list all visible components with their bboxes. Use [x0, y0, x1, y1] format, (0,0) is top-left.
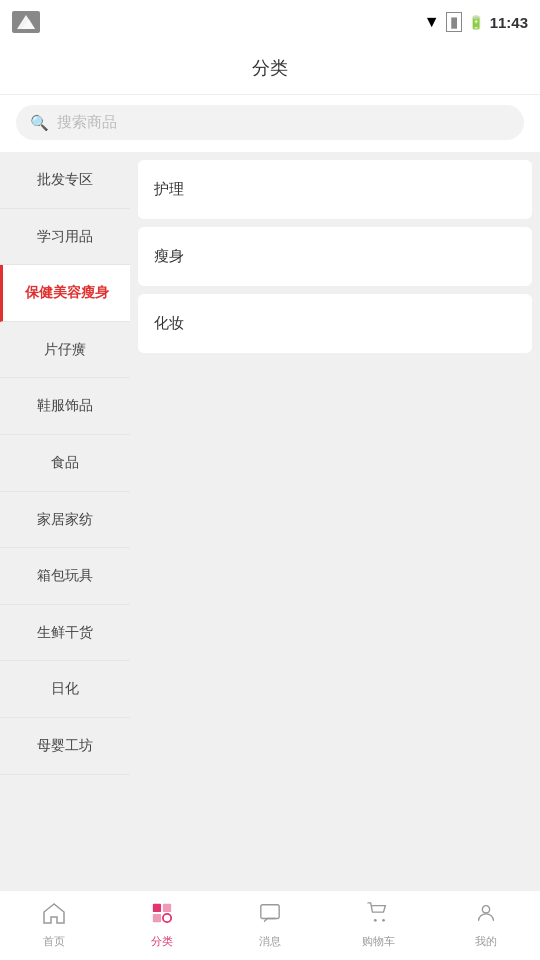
category-card-slim[interactable]: 瘦身: [138, 227, 532, 286]
app-icon: [12, 11, 40, 33]
svg-rect-6: [261, 905, 279, 919]
person-icon: [474, 902, 498, 930]
nav-item-cart[interactable]: 购物车: [324, 902, 432, 949]
wifi-icon: ▼: [424, 13, 440, 31]
nav-label-cart: 购物车: [362, 934, 395, 949]
nav-label-category: 分类: [151, 934, 173, 949]
sidebar-item-daily[interactable]: 日化: [0, 661, 130, 718]
right-content: 护理 瘦身 化妆: [130, 152, 540, 904]
nav-label-message: 消息: [259, 934, 281, 949]
category-card-care[interactable]: 护理: [138, 160, 532, 219]
svg-point-5: [163, 914, 171, 922]
sidebar-item-pianzai[interactable]: 片仔癀: [0, 322, 130, 379]
search-input[interactable]: 搜索商品: [57, 113, 117, 132]
nav-item-home[interactable]: 首页: [0, 902, 108, 949]
signal-icon: ▮: [446, 12, 462, 32]
sidebar-item-study[interactable]: 学习用品: [0, 209, 130, 266]
home-icon: [42, 902, 66, 930]
sidebar-item-shoes[interactable]: 鞋服饰品: [0, 378, 130, 435]
nav-item-mine[interactable]: 我的: [432, 902, 540, 949]
category-icon: [150, 902, 174, 930]
svg-point-7: [374, 919, 377, 922]
cart-icon: [366, 902, 390, 930]
sidebar-item-health[interactable]: 保健美容瘦身: [0, 265, 130, 322]
sidebar-item-fresh[interactable]: 生鲜干货: [0, 605, 130, 662]
sidebar-item-food[interactable]: 食品: [0, 435, 130, 492]
svg-rect-4: [153, 914, 161, 922]
svg-rect-3: [163, 904, 171, 912]
svg-rect-2: [153, 904, 161, 912]
nav-label-mine: 我的: [475, 934, 497, 949]
sidebar-item-luggage[interactable]: 箱包玩具: [0, 548, 130, 605]
search-icon: 🔍: [30, 114, 49, 132]
content-area: 批发专区 学习用品 保健美容瘦身 片仔癀 鞋服饰品 食品 家居家纺 箱包玩具 生…: [0, 152, 540, 904]
nav-label-home: 首页: [43, 934, 65, 949]
battery-icon: 🔋: [468, 15, 484, 30]
search-bar[interactable]: 🔍 搜索商品: [16, 105, 524, 140]
sidebar-item-wholesale[interactable]: 批发专区: [0, 152, 130, 209]
status-bar: ▼ ▮ 🔋 11:43: [0, 0, 540, 44]
message-icon: [258, 902, 282, 930]
bottom-nav: 首页 分类 消息 购物车: [0, 890, 540, 960]
category-card-makeup[interactable]: 化妆: [138, 294, 532, 353]
page-header: 分类: [0, 44, 540, 95]
svg-point-8: [382, 919, 385, 922]
nav-item-category[interactable]: 分类: [108, 902, 216, 949]
sidebar-item-home[interactable]: 家居家纺: [0, 492, 130, 549]
svg-point-9: [482, 906, 489, 913]
time-display: 11:43: [490, 14, 528, 31]
status-bar-right: ▼ ▮ 🔋 11:43: [424, 12, 528, 32]
sidebar: 批发专区 学习用品 保健美容瘦身 片仔癀 鞋服饰品 食品 家居家纺 箱包玩具 生…: [0, 152, 130, 904]
status-bar-left: [12, 11, 40, 33]
page-title: 分类: [252, 58, 288, 78]
nav-item-message[interactable]: 消息: [216, 902, 324, 949]
search-bar-wrapper: 🔍 搜索商品: [0, 95, 540, 152]
sidebar-item-maternal[interactable]: 母婴工坊: [0, 718, 130, 775]
